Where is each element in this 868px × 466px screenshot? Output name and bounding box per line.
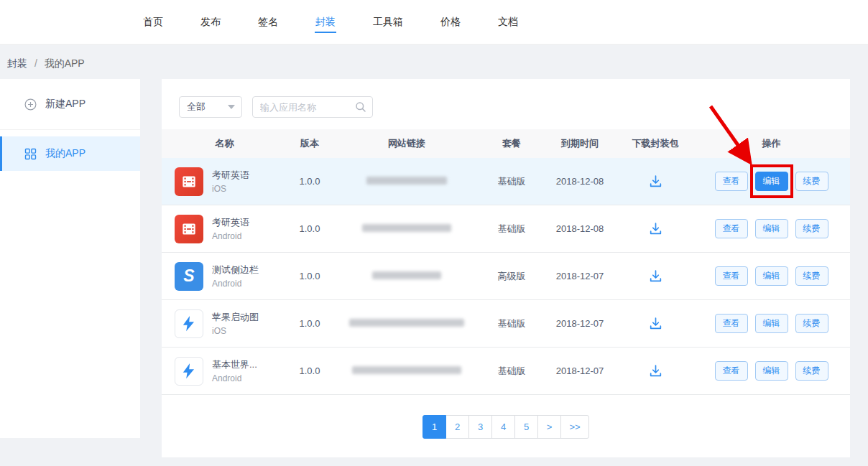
nav-item-toolbox[interactable]: 工具箱 — [372, 10, 404, 34]
app-platform: Android — [212, 373, 257, 383]
app-platform: iOS — [212, 184, 249, 194]
app-expiry: 2018-12-08 — [542, 223, 618, 234]
app-name: 测试侧边栏 — [212, 264, 259, 276]
edit-button[interactable]: 编辑 — [755, 172, 788, 191]
download-icon[interactable] — [648, 316, 663, 331]
app-expiry: 2018-12-07 — [542, 318, 618, 329]
sidebar-item-new-app[interactable]: 新建APP — [0, 79, 140, 130]
app-version: 1.0.0 — [287, 271, 332, 281]
app-name: 考研英语 — [212, 169, 249, 182]
edit-button[interactable]: 编辑 — [755, 361, 788, 381]
app-package: 基础版 — [481, 175, 542, 188]
plus-circle-icon — [24, 98, 37, 111]
sidebar-item-my-app[interactable]: 我的APP — [0, 136, 140, 171]
renew-button[interactable]: 续费 — [795, 361, 828, 381]
film-app-icon — [175, 215, 203, 243]
view-button[interactable]: 查看 — [715, 172, 748, 191]
grid-icon — [24, 148, 37, 160]
nav-item-home[interactable]: 首页 — [142, 10, 164, 34]
nav-item-docs[interactable]: 文档 — [497, 10, 519, 34]
view-button[interactable]: 查看 — [715, 361, 748, 381]
renew-button[interactable]: 续费 — [795, 219, 828, 238]
toolbar: 全部 — [162, 79, 850, 118]
renew-button[interactable]: 续费 — [795, 314, 828, 333]
page-button-5[interactable]: 5 — [514, 415, 538, 439]
app-name: 考研英语 — [212, 216, 249, 229]
col-header-download: 下载封装包 — [618, 137, 693, 150]
col-header-actions: 操作 — [693, 137, 850, 150]
app-platform: Android — [212, 279, 259, 289]
sidebar-item-label: 新建APP — [45, 98, 86, 111]
app-name: 苹果启动图 — [212, 311, 259, 324]
s-logo-app-icon: S — [175, 262, 203, 291]
top-nav: 首页 发布 签名 封装 工具箱 价格 文档 — [0, 0, 868, 45]
pagination: 1 2 3 4 5 > >> — [162, 415, 850, 439]
main-panel: 全部 名称 版本 网站链接 套餐 到期时间 下载封装包 操作 考研英语 iOS — [162, 79, 850, 457]
renew-button[interactable]: 续费 — [795, 172, 828, 191]
page-last-button[interactable]: >> — [560, 415, 589, 439]
app-platform: Android — [212, 231, 249, 241]
nav-item-signature[interactable]: 签名 — [257, 10, 279, 34]
search-icon[interactable] — [355, 101, 366, 115]
col-header-link: 网站链接 — [332, 137, 481, 150]
app-version: 1.0.0 — [287, 318, 332, 329]
sidebar: 新建APP 我的APP — [0, 79, 140, 438]
col-header-name: 名称 — [162, 137, 287, 150]
blurred-link — [352, 366, 461, 374]
app-expiry: 2018-12-08 — [542, 176, 618, 187]
nav-item-publish[interactable]: 发布 — [200, 10, 221, 34]
table-row: 苹果启动图 iOS 1.0.0 基础版 2018-12-07 查看 编辑 续费 — [162, 300, 850, 348]
search-box — [252, 96, 373, 118]
view-button[interactable]: 查看 — [715, 314, 748, 333]
app-package: 基础版 — [481, 223, 542, 236]
app-package: 基础版 — [481, 365, 542, 378]
nav-item-price[interactable]: 价格 — [440, 10, 461, 34]
col-header-expiry: 到期时间 — [542, 137, 618, 150]
nav-item-packaging[interactable]: 封装 — [315, 10, 336, 34]
app-expiry: 2018-12-07 — [542, 365, 618, 376]
page-button-2[interactable]: 2 — [445, 415, 469, 439]
breadcrumb-root[interactable]: 封装 — [7, 57, 27, 69]
download-icon[interactable] — [648, 363, 663, 378]
download-icon[interactable] — [648, 221, 663, 236]
app-version: 1.0.0 — [287, 223, 332, 234]
app-package: 基础版 — [481, 317, 542, 330]
view-button[interactable]: 查看 — [715, 219, 748, 238]
table-row: 基本世界... Android 1.0.0 基础版 2018-12-07 查看 … — [162, 348, 850, 395]
page-button-1[interactable]: 1 — [423, 415, 446, 439]
blurred-link — [366, 177, 447, 185]
table-row: 考研英语 Android 1.0.0 基础版 2018-12-08 查看 编辑 … — [162, 205, 850, 253]
breadcrumb-current: 我的APP — [45, 57, 85, 69]
breadcrumb-separator: / — [34, 57, 37, 69]
col-header-package: 套餐 — [481, 137, 542, 150]
renew-button[interactable]: 续费 — [795, 266, 828, 286]
view-button[interactable]: 查看 — [715, 266, 748, 286]
page-button-3[interactable]: 3 — [468, 415, 492, 439]
breadcrumb: 封装 / 我的APP — [0, 45, 868, 79]
page-next-button[interactable]: > — [537, 415, 561, 439]
edit-button[interactable]: 编辑 — [755, 266, 788, 286]
download-icon[interactable] — [648, 269, 663, 284]
table-row: S 测试侧边栏 Android 1.0.0 高级版 2018-12-07 查看 … — [162, 253, 850, 300]
thunder-app-icon — [175, 357, 203, 386]
sidebar-item-label: 我的APP — [45, 147, 86, 160]
edit-button[interactable]: 编辑 — [755, 219, 788, 238]
film-app-icon — [175, 167, 203, 196]
thunder-app-icon — [175, 309, 203, 338]
app-version: 1.0.0 — [287, 176, 332, 187]
app-platform: iOS — [212, 326, 259, 336]
table-row: 考研英语 iOS 1.0.0 基础版 2018-12-08 查看 编辑 续费 — [162, 158, 850, 205]
app-expiry: 2018-12-07 — [542, 271, 618, 281]
app-version: 1.0.0 — [287, 365, 332, 376]
table-header: 名称 版本 网站链接 套餐 到期时间 下载封装包 操作 — [162, 129, 850, 158]
blurred-link — [349, 319, 464, 327]
page-button-4[interactable]: 4 — [491, 415, 515, 439]
app-package: 高级版 — [481, 270, 542, 283]
filter-select[interactable]: 全部 — [179, 96, 242, 118]
download-icon[interactable] — [648, 174, 663, 189]
app-name: 基本世界... — [212, 358, 257, 371]
col-header-version: 版本 — [287, 137, 332, 150]
edit-button[interactable]: 编辑 — [755, 314, 788, 333]
blurred-link — [362, 224, 451, 232]
blurred-link — [372, 271, 441, 279]
